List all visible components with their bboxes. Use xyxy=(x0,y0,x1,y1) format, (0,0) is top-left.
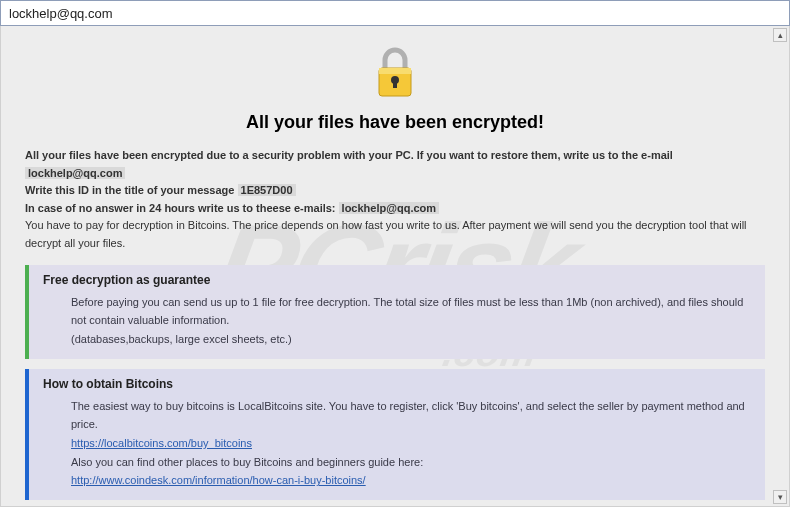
chevron-down-icon: ▾ xyxy=(778,492,783,502)
intro-line-1: All your files have been encrypted due t… xyxy=(25,147,765,182)
intro-block: All your files have been encrypted due t… xyxy=(25,147,765,253)
contact-email-2: lockhelp@qq.com xyxy=(339,202,439,214)
victim-id: 1E857D00 xyxy=(238,184,296,196)
intro-line-2: Write this ID in the title of your messa… xyxy=(25,182,765,200)
page-title: All your files have been encrypted! xyxy=(25,112,765,133)
titlebar[interactable]: lockhelp@qq.com xyxy=(0,0,790,26)
panel-title: Free decryption as guarantee xyxy=(43,273,751,287)
svg-rect-3 xyxy=(393,80,397,88)
panel-title: How to obtain Bitcoins xyxy=(43,377,751,391)
panel-body: The easiest way to buy bitcoins is Local… xyxy=(43,397,751,490)
intro-line-4: You have to pay for decryption in Bitcoi… xyxy=(25,217,765,252)
panel-body: Before paying you can send us up to 1 fi… xyxy=(43,293,751,349)
svg-rect-1 xyxy=(379,68,411,74)
lock-icon-wrap xyxy=(25,46,765,104)
contact-email-1: lockhelp@qq.com xyxy=(25,167,125,179)
intro-line-3: In case of no answer in 24 hours write u… xyxy=(25,200,765,218)
window-title: lockhelp@qq.com xyxy=(9,6,113,21)
link-localbitcoins[interactable]: https://localbitcoins.com/buy_bitcoins xyxy=(71,437,252,449)
lock-icon xyxy=(371,46,419,102)
scroll-up-button[interactable]: ▴ xyxy=(773,28,787,42)
chevron-up-icon: ▴ xyxy=(778,30,783,40)
scroll-down-button[interactable]: ▾ xyxy=(773,490,787,504)
panel-free-decryption: Free decryption as guarantee Before payi… xyxy=(25,265,765,359)
panel-obtain-bitcoins: How to obtain Bitcoins The easiest way t… xyxy=(25,369,765,500)
scroll-content: All your files have been encrypted! All … xyxy=(1,26,789,506)
app-window: lockhelp@qq.com PCrisk .com ▴ ▾ All your… xyxy=(0,0,790,507)
link-coindesk[interactable]: http://www.coindesk.com/information/how-… xyxy=(71,474,366,486)
content-area: PCrisk .com ▴ ▾ All your files have been… xyxy=(0,26,790,507)
